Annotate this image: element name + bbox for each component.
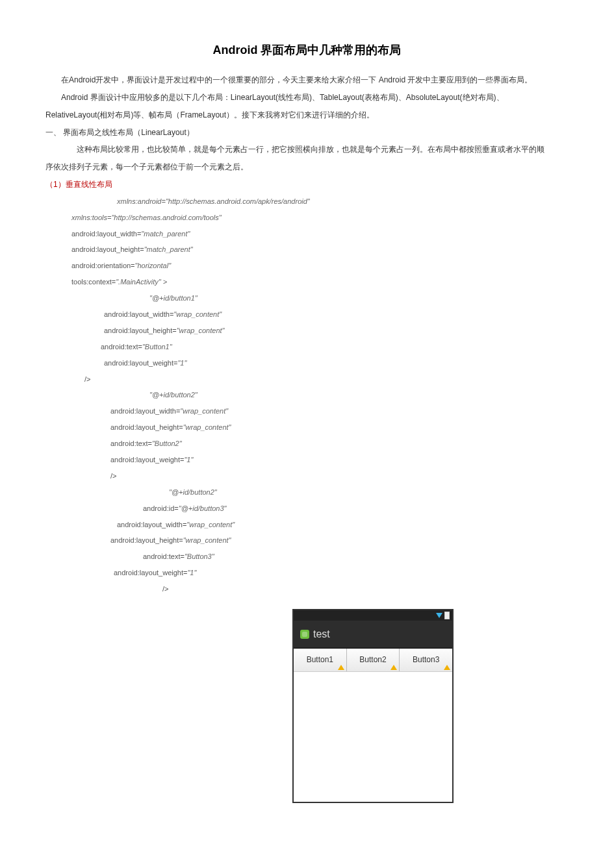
phone-preview: test Button1 Button2 Button3 bbox=[292, 609, 454, 803]
code-line: android:layout_weight="1" bbox=[45, 356, 569, 370]
section-heading-1: 一、 界面布局之线性布局（LinearLayout） bbox=[45, 125, 569, 140]
preview-button-label: Button2 bbox=[359, 655, 386, 664]
signal-icon bbox=[436, 613, 442, 618]
code-line: android:layout_height="wrap_content" bbox=[45, 534, 569, 547]
app-icon bbox=[300, 630, 309, 639]
code-line: android:text="Button1" bbox=[45, 340, 569, 354]
code-line: "@+id/button1" bbox=[45, 291, 569, 305]
preview-button-label: Button1 bbox=[307, 655, 333, 664]
code-line: android:orientation="horizontal" bbox=[45, 259, 569, 273]
paragraph: 在Android开发中，界面设计是开发过程中的一个很重要的部分，今天主要来给大家… bbox=[45, 73, 569, 88]
code-line: android:layout_width="match_parent" bbox=[45, 227, 569, 241]
code-line: /> bbox=[45, 373, 569, 386]
phone-button-row: Button1 Button2 Button3 bbox=[294, 649, 452, 672]
code-line: android:layout_height="wrap_content" bbox=[45, 324, 569, 338]
preview-button-2[interactable]: Button2 bbox=[347, 649, 400, 671]
paragraph: 序依次排列子元素，每一个子元素都位于前一个元素之后。 bbox=[45, 160, 569, 175]
document-page: Android 界面布局中几种常用的布局 在Android开发中，界面设计是开发… bbox=[0, 0, 614, 829]
code-line: android:layout_width="wrap_content" bbox=[45, 404, 569, 418]
code-line: android:layout_height="match_parent" bbox=[45, 243, 569, 256]
code-line: android:layout_weight="1" bbox=[45, 566, 569, 580]
code-line: android:text="Button3" bbox=[45, 550, 569, 564]
code-line: /> bbox=[45, 582, 569, 596]
preview-button-label: Button3 bbox=[413, 655, 439, 664]
warning-icon bbox=[390, 665, 397, 670]
code-line: android:text="Button2" bbox=[45, 437, 569, 451]
code-line: android:layout_height="wrap_content" bbox=[45, 421, 569, 434]
code-line: android:layout_weight="1" bbox=[45, 453, 569, 467]
warning-icon bbox=[338, 665, 344, 670]
warning-icon bbox=[444, 665, 450, 670]
paragraph: Android 界面设计中应用较多的是以下几个布局：LinearLayout(线… bbox=[45, 90, 569, 105]
phone-statusbar bbox=[294, 610, 452, 621]
code-line: xmlns:tools="http://schemas.android.com/… bbox=[45, 211, 569, 225]
code-block: xmlns:android="http://schemas.android.co… bbox=[45, 195, 569, 596]
app-title: test bbox=[313, 625, 330, 644]
battery-icon bbox=[444, 612, 450, 619]
code-line: "@+id/button2" bbox=[45, 388, 569, 402]
code-line: android:id="@+id/button3" bbox=[45, 502, 569, 515]
paragraph: RelativeLayout(相对布局)等、帧布局（FrameLayout）。接… bbox=[45, 108, 569, 123]
code-line: "@+id/button2" bbox=[45, 486, 569, 499]
preview-button-3[interactable]: Button3 bbox=[400, 649, 452, 671]
preview-button-1[interactable]: Button1 bbox=[294, 649, 347, 671]
code-line: xmlns:android="http://schemas.android.co… bbox=[45, 195, 569, 208]
code-line: tools:context=".MainActivity" > bbox=[45, 275, 569, 289]
phone-titlebar: test bbox=[294, 621, 452, 649]
code-line: /> bbox=[45, 469, 569, 483]
code-line: android:layout_width="wrap_content" bbox=[45, 308, 569, 321]
code-line: android:layout_width="wrap_content" bbox=[45, 518, 569, 532]
phone-body bbox=[294, 672, 452, 802]
paragraph: 这种布局比较常用，也比较简单，就是每个元素占一行，把它按照横向排放，也就是每个元… bbox=[45, 142, 569, 157]
subsection-heading: （1）垂直线性布局 bbox=[45, 177, 569, 192]
page-title: Android 界面布局中几种常用的布局 bbox=[45, 39, 569, 61]
